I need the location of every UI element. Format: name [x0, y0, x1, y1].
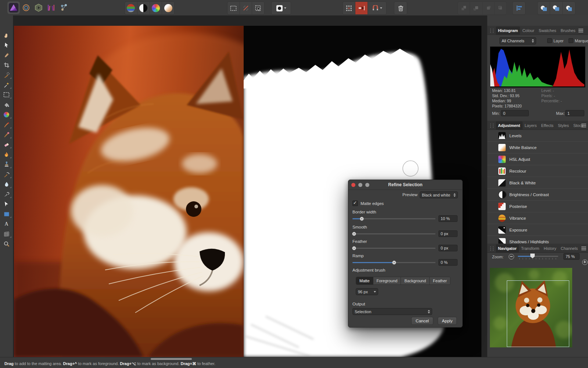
selection-arrow-mode-button[interactable] — [252, 2, 264, 14]
tab-history[interactable]: History — [541, 244, 558, 252]
adjustment-item-levels[interactable]: Levels — [487, 130, 588, 142]
brush-mode-background[interactable]: Background — [401, 277, 430, 284]
gradient-tool[interactable] — [1, 110, 12, 120]
adjustment-item-brightness-contrast[interactable]: Brightness / Contrast — [487, 189, 588, 201]
tab-styles[interactable]: Styles — [556, 121, 571, 130]
move-forward-button[interactable] — [470, 2, 482, 14]
share-nodes-icon[interactable] — [59, 1, 69, 14]
brush-mode-foreground[interactable]: Foreground — [373, 277, 401, 284]
blur-brush-tool[interactable] — [1, 179, 12, 189]
feather-value[interactable] — [438, 245, 458, 251]
clone-stamp-tool[interactable] — [1, 159, 12, 169]
boolean-add-button[interactable] — [538, 2, 550, 14]
move-backward-button[interactable] — [483, 2, 495, 14]
adjustment-item-vibrance[interactable]: Vibrance — [487, 212, 588, 224]
matte-edges-checkbox[interactable]: ✓ Matte edges — [352, 201, 384, 206]
colour-picker-tool[interactable] — [1, 50, 12, 60]
boolean-subtract-button[interactable] — [550, 2, 563, 14]
ramp-handle[interactable] — [392, 261, 396, 265]
output-select[interactable]: Selection — [352, 308, 432, 315]
selection-brush-tool[interactable] — [1, 70, 12, 80]
tab-layers[interactable]: Layers — [523, 121, 539, 130]
liquify-persona-button[interactable] — [137, 2, 150, 14]
min-input[interactable] — [501, 110, 529, 116]
undo-brush-tool[interactable] — [1, 169, 12, 179]
tone-mapping-icon[interactable] — [46, 1, 56, 14]
move-to-front-button[interactable] — [458, 2, 470, 14]
border-width-slider[interactable] — [352, 218, 435, 219]
photo-persona-button[interactable] — [125, 2, 137, 14]
lasso-mode-button[interactable] — [240, 2, 252, 14]
panel-menu-icon[interactable] — [581, 124, 586, 124]
zoom-in-button[interactable] — [582, 259, 588, 265]
adjustment-item-white-balance[interactable]: White Balance — [487, 142, 588, 153]
panel-menu-icon[interactable] — [581, 247, 586, 247]
crop-tool[interactable] — [1, 60, 12, 70]
adjustment-item-posterise[interactable]: Posterise — [487, 201, 588, 212]
zoom-value-input[interactable] — [563, 253, 580, 260]
mesh-warp-tool[interactable] — [1, 229, 12, 239]
tab-brushes[interactable]: Brushes — [559, 26, 578, 35]
view-tool[interactable] — [1, 30, 12, 40]
export-persona-button[interactable] — [162, 2, 174, 14]
paint-brush-tool[interactable] — [1, 120, 12, 130]
layer-checkbox[interactable]: Layer — [547, 38, 564, 43]
tab-stock[interactable]: Stock — [571, 121, 586, 130]
preview-select[interactable]: Black and white — [420, 191, 458, 198]
horizontal-scrollbar[interactable] — [151, 358, 192, 360]
tab-transform[interactable]: Transform — [519, 244, 542, 252]
tab-navigator[interactable]: Navigator — [496, 244, 519, 252]
brush-mode-matte[interactable]: Matte — [356, 277, 373, 284]
tab-histogram[interactable]: Histogram — [496, 26, 520, 35]
brush-mode-feather[interactable]: Feather — [430, 277, 450, 284]
feather-slider[interactable] — [352, 248, 435, 249]
boolean-intersect-button[interactable] — [563, 2, 575, 14]
max-input[interactable] — [565, 110, 584, 116]
navigator-viewport-rect[interactable] — [507, 280, 569, 347]
marquee-select-tool[interactable] — [1, 90, 12, 100]
brush-size-select[interactable]: 96 px — [356, 288, 378, 295]
marquee-checkbox[interactable]: Marquee — [569, 38, 588, 43]
smooth-value[interactable] — [438, 230, 458, 237]
adjustment-item-hsl[interactable]: HSL Adjust — [487, 153, 588, 165]
tab-channels[interactable]: Channels — [559, 244, 580, 252]
burn-brush-tool[interactable] — [1, 149, 12, 159]
smooth-handle[interactable] — [352, 232, 356, 236]
snapping-magnet-button[interactable] — [368, 2, 386, 14]
pixel-grid-button[interactable] — [343, 2, 355, 14]
matte-edges-checkbox-box[interactable]: ✓ — [352, 201, 358, 206]
ramp-value[interactable] — [438, 259, 458, 266]
rectangle-tool[interactable] — [1, 209, 12, 219]
tab-effects[interactable]: Effects — [539, 121, 556, 130]
erase-brush-tool[interactable] — [1, 139, 12, 149]
tab-adjustment[interactable]: Adjustment — [496, 121, 523, 130]
move-to-back-button[interactable] — [495, 2, 506, 14]
panel-drag-handle-icon[interactable] — [490, 29, 494, 33]
panel-menu-icon[interactable] — [578, 29, 583, 29]
colour-replacement-brush-tool[interactable] — [1, 130, 12, 139]
tab-swatches[interactable]: Swatches — [537, 26, 559, 35]
assistant-button[interactable] — [272, 2, 291, 14]
marquee-checkbox-box[interactable] — [569, 38, 573, 43]
text-tool[interactable]: A — [1, 219, 12, 229]
smooth-slider[interactable] — [352, 233, 435, 234]
zoom-slider[interactable] — [518, 253, 558, 261]
smudge-brush-tool[interactable] — [1, 189, 12, 199]
affinity-photo-logo-button[interactable] — [7, 1, 20, 14]
cancel-button[interactable]: Cancel — [411, 317, 433, 325]
adjustment-item-black-white[interactable]: Black & White — [487, 177, 588, 189]
zoom-tool[interactable] — [1, 239, 12, 249]
dialog-titlebar[interactable]: Refine Selection — [348, 180, 462, 190]
force-pixel-alignment-button[interactable] — [355, 2, 368, 14]
flood-select-tool[interactable] — [1, 80, 12, 90]
liquify-persona-icon[interactable] — [21, 1, 31, 14]
layer-checkbox-box[interactable] — [547, 38, 552, 43]
develop-module-icon[interactable] — [34, 1, 43, 14]
panel-drag-handle-icon[interactable] — [490, 247, 494, 251]
zoom-out-button[interactable] — [509, 254, 514, 259]
node-tool[interactable] — [1, 199, 12, 209]
trash-button[interactable] — [394, 1, 407, 15]
alignment-button[interactable] — [512, 1, 526, 15]
marquee-mode-button[interactable] — [227, 2, 240, 14]
border-width-value[interactable] — [438, 215, 458, 222]
